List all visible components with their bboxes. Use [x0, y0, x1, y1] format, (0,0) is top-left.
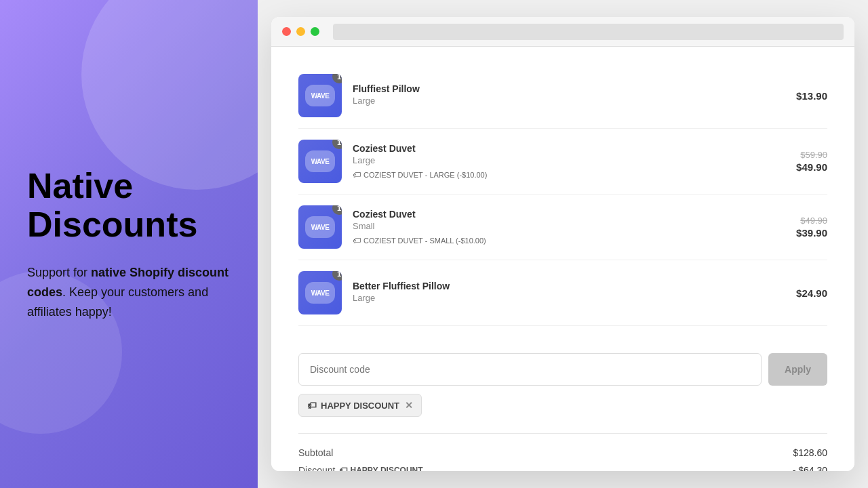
minimize-button[interactable] [296, 27, 305, 36]
tag-icon: 🏷 [307, 400, 317, 411]
maximize-button[interactable] [311, 27, 319, 36]
current-price: $13.90 [796, 90, 827, 102]
discount-tag-text: COZIEST DUVET - SMALL (-$10.00) [363, 237, 486, 245]
current-price: $24.90 [796, 287, 827, 299]
item-name: Coziest Duvet [353, 143, 785, 154]
left-panel: Native Discounts Support for native Shop… [0, 0, 258, 488]
discount-row: Discount 🏷 HAPPY DISCOUNT - $64.30 [298, 465, 827, 471]
item-name: Coziest Duvet [353, 209, 785, 220]
subtotal-row: Subtotal $128.60 [298, 447, 827, 458]
quantity-badge: 1 [332, 205, 342, 215]
left-content: Native Discounts Support for native Shop… [27, 167, 231, 322]
browser-titlebar [271, 17, 854, 47]
discount-label: Discount [298, 465, 335, 471]
product-image: WAVE 1 [298, 140, 342, 183]
summary-section: Subtotal $128.60 Discount 🏷 HAPPY DISCOU… [298, 433, 827, 471]
item-details: Coziest Duvet Small 🏷 COZIEST DUVET - SM… [353, 209, 785, 246]
list-item: WAVE 1 Coziest Duvet Small 🏷 COZIEST DUV… [298, 195, 827, 260]
cart-items: WAVE 1 Fluffiest Pillow Large $13.90 [298, 63, 827, 326]
page-description: Support for native Shopify discount code… [27, 263, 231, 321]
item-price: $59.90 $49.90 [796, 150, 827, 173]
current-price: $49.90 [796, 161, 827, 173]
item-price: $49.90 $39.90 [796, 216, 827, 239]
item-price: $24.90 [796, 287, 827, 299]
browser-content: WAVE 1 Fluffiest Pillow Large $13.90 [271, 47, 854, 471]
applied-code-text: HAPPY DISCOUNT [321, 401, 399, 411]
url-bar[interactable] [333, 24, 844, 40]
discount-tag: 🏷 COZIEST DUVET - SMALL (-$10.00) [353, 236, 486, 245]
tag-icon: 🏷 [353, 236, 361, 245]
description-plain: Support for [27, 266, 91, 279]
current-price: $39.90 [796, 227, 827, 239]
remove-code-button[interactable]: ✕ [405, 400, 413, 411]
subtotal-value: $128.60 [793, 447, 827, 458]
quantity-badge: 1 [332, 74, 342, 83]
item-variant: Large [353, 293, 785, 303]
list-item: WAVE 1 Coziest Duvet Large 🏷 COZIEST DUV… [298, 129, 827, 195]
item-variant: Small [353, 221, 785, 231]
page-headline: Native Discounts [27, 167, 231, 244]
product-image: WAVE 1 [298, 74, 342, 117]
list-item: WAVE 1 Fluffiest Pillow Large $13.90 [298, 63, 827, 129]
quantity-badge: 1 [332, 140, 342, 149]
list-item: WAVE 1 Better Fluffiest Pillow Large $24… [298, 260, 827, 326]
discount-tag-icon: 🏷 [339, 466, 347, 471]
tag-icon: 🏷 [353, 170, 361, 180]
apply-button[interactable]: Apply [768, 353, 827, 386]
item-variant: Large [353, 155, 785, 165]
subtotal-label: Subtotal [298, 447, 333, 458]
original-price: $59.90 [796, 150, 827, 160]
item-name: Better Fluffiest Pillow [353, 281, 785, 291]
discount-tag-text: COZIEST DUVET - LARGE (-$10.00) [363, 171, 487, 179]
discount-tag: 🏷 COZIEST DUVET - LARGE (-$10.00) [353, 170, 487, 180]
applied-discount-code: HAPPY DISCOUNT [350, 466, 422, 471]
item-name: Fluffiest Pillow [353, 83, 785, 94]
item-details: Fluffiest Pillow Large [353, 83, 785, 108]
quantity-badge: 1 [332, 271, 342, 281]
browser-window: WAVE 1 Fluffiest Pillow Large $13.90 [271, 17, 854, 471]
item-details: Better Fluffiest Pillow Large [353, 281, 785, 306]
discount-code-badge: 🏷 HAPPY DISCOUNT [339, 466, 422, 471]
discount-code-input[interactable] [298, 353, 762, 386]
discount-section: Apply 🏷 HAPPY DISCOUNT ✕ [298, 342, 827, 417]
discount-label-group: Discount 🏷 HAPPY DISCOUNT [298, 465, 423, 471]
item-details: Coziest Duvet Large 🏷 COZIEST DUVET - LA… [353, 143, 785, 180]
product-image: WAVE 1 [298, 271, 342, 314]
item-variant: Large [353, 96, 785, 106]
close-button[interactable] [282, 27, 291, 36]
right-panel: WAVE 1 Fluffiest Pillow Large $13.90 [258, 0, 868, 488]
item-price: $13.90 [796, 90, 827, 102]
applied-code-tag[interactable]: 🏷 HAPPY DISCOUNT ✕ [298, 394, 422, 417]
original-price: $49.90 [796, 216, 827, 226]
discount-input-row: Apply [298, 353, 827, 386]
discount-value: - $64.30 [793, 465, 827, 471]
product-image: WAVE 1 [298, 205, 342, 249]
